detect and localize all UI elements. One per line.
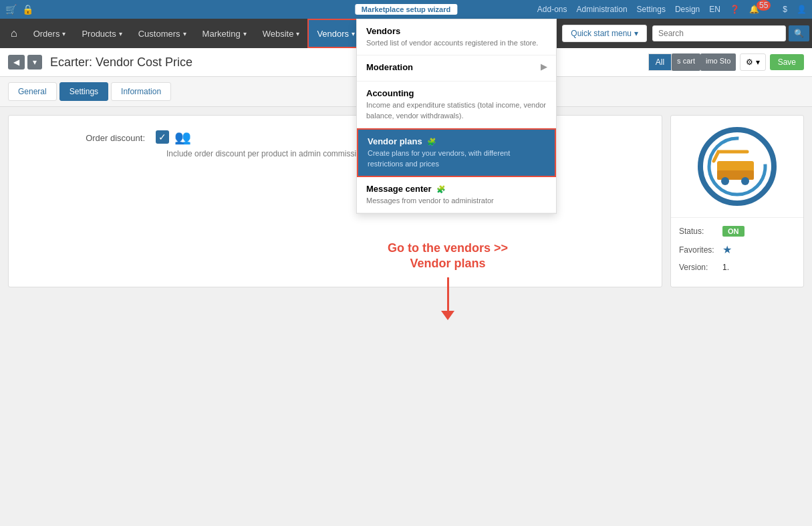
notification-count: 55 <box>757 0 771 11</box>
currency-menu[interactable]: $ <box>783 5 787 14</box>
main-content: Order discount: ✓ 👥 Include order discou… <box>8 115 662 287</box>
moderation-arrow-icon: ▶ <box>541 62 547 72</box>
vendors-dropdown: Vendors Sorted list of vendor accounts r… <box>356 19 557 214</box>
right-panel-info: Status: ON Favorites: ★ Version: 1. <box>671 218 803 287</box>
page-header-right: All s cart imo Sto ⚙ ▾ Save <box>648 53 804 71</box>
accounting-item-title: Accounting <box>366 88 547 98</box>
vendor-plans-item-desc: Create plans for your vendors, with diff… <box>368 148 545 169</box>
search-submit-btn[interactable]: 🔍 <box>789 25 809 41</box>
moderation-item-title: Moderation ▶ <box>366 62 547 72</box>
top-bar: 🛒 🔒 Marketplace setup wizard Add-ons Adm… <box>0 0 812 19</box>
top-bar-left: 🛒 🔒 <box>5 4 33 15</box>
addons-menu[interactable]: Add-ons <box>537 5 567 14</box>
products-nav-item[interactable]: Products ▾ <box>74 19 130 48</box>
vendors-item-title: Vendors <box>366 26 547 36</box>
breadcrumb: ◀ ▾ <box>8 55 42 70</box>
tab-settings[interactable]: Settings <box>59 82 108 101</box>
administration-menu[interactable]: Administration <box>577 5 628 14</box>
top-bar-right: Add-ons Administration Settings Design E… <box>537 5 807 14</box>
user-menu[interactable]: 👤 <box>797 5 807 14</box>
order-discount-label: Order discount: <box>22 129 156 143</box>
breadcrumb-menu-btn[interactable]: ▾ <box>27 55 42 70</box>
dropdown-item-vendors[interactable]: Vendors Sorted list of vendor accounts r… <box>357 19 556 55</box>
vendors-arrow-icon: ▾ <box>352 30 355 37</box>
status-badge: ON <box>722 226 745 237</box>
settings-menu[interactable]: Settings <box>637 5 666 14</box>
marketing-nav-item[interactable]: Marketing ▾ <box>194 19 255 48</box>
store-badge-1: s cart <box>672 53 700 71</box>
orders-arrow-icon: ▾ <box>62 30 65 37</box>
lock-icon[interactable]: 🔒 <box>22 4 33 15</box>
gear-settings-btn[interactable]: ⚙ ▾ <box>740 53 765 71</box>
notification-area[interactable]: 🔔55 <box>749 5 773 14</box>
tab-general[interactable]: General <box>8 82 57 101</box>
dropdown-item-accounting[interactable]: Accounting Income and expenditure statis… <box>357 82 556 128</box>
save-btn[interactable]: Save <box>770 54 804 70</box>
orders-nav-item[interactable]: Orders ▾ <box>25 19 74 48</box>
nav-right: Quick start menu ▾ 🔍 <box>562 25 809 42</box>
message-center-item-title: Message center 🧩 <box>366 184 547 194</box>
page-title: Ecarter: Vendor Cost Price <box>50 55 192 70</box>
star-icon[interactable]: ★ <box>722 243 732 256</box>
svg-point-5 <box>741 177 749 185</box>
filter-all-btn[interactable]: All <box>648 53 672 71</box>
home-nav-btn[interactable]: ⌂ <box>3 27 25 39</box>
customers-nav-item[interactable]: Customers ▾ <box>130 19 194 48</box>
order-discount-checkbox[interactable]: ✓ <box>156 130 169 144</box>
quick-start-btn[interactable]: Quick start menu ▾ <box>562 25 647 42</box>
message-center-item-desc: Messages from vendor to administrator <box>366 196 547 206</box>
search-input[interactable] <box>658 29 780 38</box>
version-label: Version: <box>679 263 722 272</box>
store-badge-2: imo Sto <box>700 53 736 71</box>
language-menu[interactable]: EN <box>709 5 720 14</box>
vendor-plans-item-title: Vendor plans 🧩 <box>368 136 545 146</box>
design-menu[interactable]: Design <box>675 5 700 14</box>
version-value: 1. <box>722 263 729 272</box>
plugin-logo <box>671 116 803 218</box>
vendor-plans-plugin-icon: 🧩 <box>427 138 436 146</box>
dropdown-item-message-center[interactable]: Message center 🧩 Messages from vendor to… <box>357 177 556 213</box>
order-discount-control: ✓ 👥 <box>156 129 191 145</box>
customers-arrow-icon: ▾ <box>183 30 186 37</box>
quick-start-arrow-icon: ▾ <box>634 29 638 38</box>
tab-information[interactable]: Information <box>111 82 171 101</box>
website-nav-item[interactable]: Website ▾ <box>255 19 308 48</box>
marketplace-setup-btn[interactable]: Marketplace setup wizard <box>355 4 457 15</box>
accounting-item-desc: Income and expenditure statistics (total… <box>366 100 547 121</box>
cart-icon[interactable]: 🛒 <box>5 4 17 15</box>
favorites-row: Favorites: ★ <box>679 243 795 256</box>
store-filter-group: All s cart imo Sto <box>648 53 736 71</box>
help-icon[interactable]: ❓ <box>730 5 740 14</box>
marketing-arrow-icon: ▾ <box>243 30 247 37</box>
logo-svg <box>697 126 777 207</box>
back-btn[interactable]: ◀ <box>8 55 25 70</box>
status-row: Status: ON <box>679 226 795 237</box>
right-panel: Status: ON Favorites: ★ Version: 1. <box>670 115 804 287</box>
person-icon: 👥 <box>174 129 191 145</box>
status-label: Status: <box>679 227 722 236</box>
vendors-item-desc: Sorted list of vendor accounts registere… <box>366 38 547 48</box>
version-row: Version: 1. <box>679 263 795 272</box>
favorites-label: Favorites: <box>679 245 722 255</box>
search-container <box>652 25 786 41</box>
svg-point-4 <box>721 177 729 185</box>
dropdown-item-vendor-plans[interactable]: Vendor plans 🧩 Create plans for your ven… <box>357 128 556 177</box>
dropdown-item-moderation[interactable]: Moderation ▶ <box>357 55 556 82</box>
website-arrow-icon: ▾ <box>296 30 299 37</box>
products-arrow-icon: ▾ <box>119 30 122 37</box>
message-center-plugin-icon: 🧩 <box>436 185 446 193</box>
